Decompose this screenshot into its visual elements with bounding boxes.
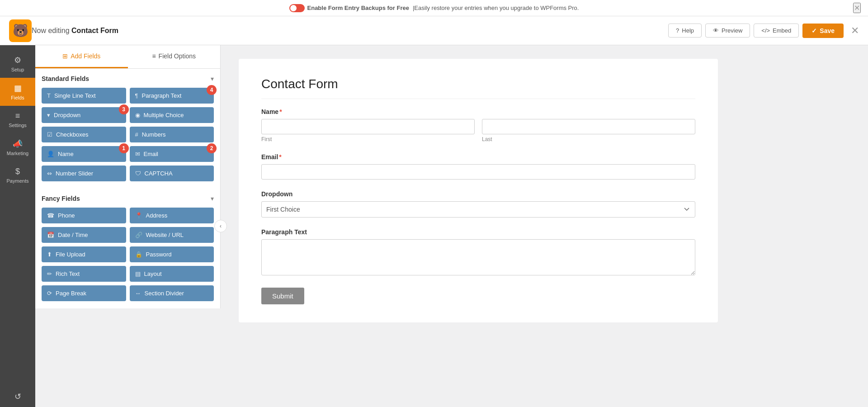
name-icon: 👤	[47, 151, 54, 157]
field-btn-label: Email	[144, 151, 159, 157]
fancy-fields-grid: ☎ Phone 📍 Address 📅 Date / Time 🔗 Websit…	[42, 208, 214, 301]
toggle-label: Enable Form Entry Backups for Free	[307, 5, 409, 11]
name-first-input[interactable]	[261, 119, 475, 134]
sidebar-item-fields[interactable]: ▦ Fields	[0, 78, 35, 106]
sidebar-item-marketing[interactable]: 📣 Marketing	[0, 133, 35, 161]
form-field-dropdown: Dropdown First Choice	[261, 190, 695, 218]
notif-description: Easily restore your entries when you upg…	[414, 5, 579, 11]
field-btn-label: Numbers	[142, 131, 166, 138]
date-time-icon: 📅	[47, 232, 54, 238]
number-slider-icon: ⇔	[47, 170, 52, 177]
field-btn-label: Section Divider	[145, 290, 184, 297]
field-btn-single-line-text[interactable]: T Single Line Text	[42, 88, 126, 104]
field-btn-label: Multiple Choice	[144, 112, 184, 118]
setup-icon: ⚙	[14, 55, 21, 65]
paragraph-textarea[interactable]	[261, 239, 695, 275]
standard-fields-title: Standard Fields	[42, 75, 89, 82]
field-btn-label: Name	[58, 151, 74, 157]
name-required-star: *	[279, 108, 282, 115]
sidebar-item-label: Settings	[9, 123, 27, 128]
sidebar-item-settings[interactable]: ≡ Settings	[0, 106, 35, 133]
help-icon: ?	[676, 27, 679, 34]
submit-button[interactable]: Submit	[261, 288, 304, 304]
field-btn-numbers[interactable]: # Numbers	[130, 127, 214, 142]
preview-button[interactable]: 👁 Preview	[705, 24, 750, 38]
captcha-icon: 🛡	[135, 170, 141, 177]
dropdown-field-label: Dropdown	[261, 190, 695, 198]
sidebar-item-payments[interactable]: $ Payments	[0, 161, 35, 189]
close-notification-button[interactable]: ✕	[853, 3, 861, 13]
help-button[interactable]: ? Help	[668, 24, 702, 38]
field-btn-section-divider[interactable]: ↔ Section Divider	[130, 285, 214, 301]
close-editor-button[interactable]: ✕	[851, 25, 859, 37]
preview-label: Preview	[722, 27, 742, 34]
email-icon: ✉	[135, 151, 140, 157]
embed-label: Embed	[773, 27, 791, 34]
logo: 🐻	[9, 19, 32, 42]
field-btn-email[interactable]: ✉ Email 2	[130, 146, 214, 162]
field-btn-label: Password	[146, 251, 172, 258]
fields-panel: ⊞ Add Fields ≡ Field Options Standard Fi…	[35, 45, 221, 308]
tab-add-fields[interactable]: ⊞ Add Fields	[35, 45, 128, 68]
password-icon: 🔒	[135, 251, 142, 258]
field-btn-label: Address	[146, 212, 168, 219]
header-actions: ? Help 👁 Preview </> Embed ✓ Save ✕	[668, 24, 859, 38]
embed-button[interactable]: </> Embed	[754, 24, 799, 38]
fancy-fields-title: Fancy Fields	[42, 195, 80, 202]
section-divider-icon: ↔	[135, 290, 141, 297]
field-btn-layout[interactable]: ▤ Layout	[130, 266, 214, 282]
name-last-input[interactable]	[482, 119, 695, 134]
field-btn-label: Website / URL	[146, 232, 184, 238]
sidebar-item-revisions[interactable]: ↺	[0, 386, 35, 407]
field-btn-checkboxes[interactable]: ☑ Checkboxes	[42, 127, 126, 142]
fields-panel-wrapper: ⊞ Add Fields ≡ Field Options Standard Fi…	[35, 45, 221, 407]
form-field-name: Name* First Last	[261, 108, 695, 142]
main-layout: ⚙ Setup ▦ Fields ≡ Settings 📣 Marketing …	[0, 45, 868, 407]
field-btn-name[interactable]: 👤 Name 1	[42, 146, 126, 162]
multiple-choice-icon: ◉	[135, 112, 140, 118]
field-btn-address[interactable]: 📍 Address	[130, 208, 214, 223]
dropdown-select[interactable]: First Choice	[261, 201, 695, 218]
field-btn-password[interactable]: 🔒 Password	[130, 246, 214, 262]
collapse-panel-button[interactable]: ‹	[214, 220, 227, 232]
dropdown-badge: 3	[119, 104, 129, 114]
form-card: Contact Form Name* First Last	[239, 59, 718, 322]
field-btn-website-url[interactable]: 🔗 Website / URL	[130, 227, 214, 243]
field-btn-phone[interactable]: ☎ Phone	[42, 208, 126, 223]
fields-icon: ▦	[14, 83, 22, 93]
field-btn-label: Rich Text	[56, 270, 80, 277]
tab-field-options-label: Field Options	[159, 52, 196, 60]
tab-add-fields-label: Add Fields	[71, 52, 100, 60]
tab-field-options[interactable]: ≡ Field Options	[128, 45, 221, 68]
fancy-fields-header[interactable]: Fancy Fields ▾	[42, 195, 214, 202]
editing-prefix: Now editing	[32, 27, 70, 34]
embed-icon: </>	[761, 27, 770, 34]
header-title: Now editing Contact Form	[32, 27, 118, 35]
field-btn-date-time[interactable]: 📅 Date / Time	[42, 227, 126, 243]
field-btn-label: Paragraph Text	[142, 92, 181, 99]
email-badge: 2	[207, 143, 217, 153]
field-btn-paragraph-text[interactable]: ¶ Paragraph Text 4	[130, 88, 214, 104]
toggle-switch[interactable]	[289, 4, 305, 12]
field-btn-label: Page Break	[56, 290, 86, 297]
add-fields-icon: ⊞	[62, 52, 68, 60]
field-btn-file-upload[interactable]: ⬆ File Upload	[42, 246, 126, 262]
field-btn-rich-text[interactable]: ✏ Rich Text	[42, 266, 126, 282]
help-label: Help	[682, 27, 694, 34]
email-input[interactable]	[261, 164, 695, 180]
header: 🐻 Now editing Contact Form ? Help 👁 Prev…	[0, 16, 868, 45]
field-btn-captcha[interactable]: 🛡 CAPTCHA	[130, 166, 214, 181]
marketing-icon: 📣	[13, 139, 23, 149]
field-btn-label: Number Slider	[56, 170, 93, 177]
field-btn-multiple-choice[interactable]: ◉ Multiple Choice	[130, 107, 214, 123]
field-btn-dropdown[interactable]: ▾ Dropdown 3	[42, 107, 126, 123]
settings-icon: ≡	[15, 111, 20, 121]
page-break-icon: ⟳	[47, 290, 52, 297]
toggle-container[interactable]: Enable Form Entry Backups for Free	[289, 4, 409, 12]
field-btn-number-slider[interactable]: ⇔ Number Slider	[42, 166, 126, 181]
form-canvas: Contact Form Name* First Last	[221, 45, 868, 407]
save-button[interactable]: ✓ Save	[802, 24, 844, 38]
standard-fields-header[interactable]: Standard Fields ▾	[42, 75, 214, 82]
field-btn-page-break[interactable]: ⟳ Page Break	[42, 285, 126, 301]
sidebar-item-setup[interactable]: ⚙ Setup	[0, 50, 35, 78]
